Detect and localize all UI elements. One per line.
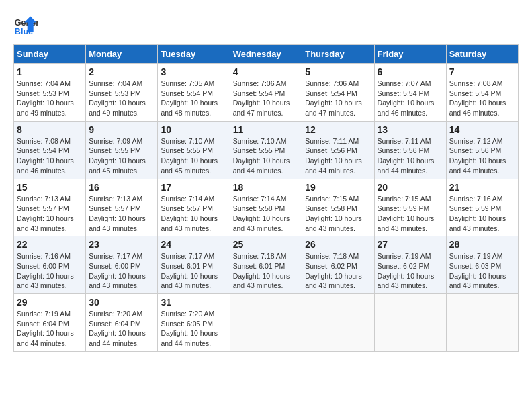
weekday-header-tuesday: Tuesday	[158, 45, 230, 64]
day-info: Sunrise: 7:15 AMSunset: 5:58 PMDaylight:…	[305, 194, 371, 234]
day-info: Sunrise: 7:19 AMSunset: 6:02 PMDaylight:…	[378, 251, 443, 291]
day-number: 19	[305, 182, 371, 193]
day-number: 23	[89, 239, 154, 250]
day-number: 15	[17, 182, 83, 193]
day-info: Sunrise: 7:14 AMSunset: 5:58 PMDaylight:…	[233, 194, 300, 234]
day-info: Sunrise: 7:16 AMSunset: 5:59 PMDaylight:…	[449, 194, 515, 234]
calendar-cell: 29Sunrise: 7:19 AMSunset: 6:04 PMDayligh…	[14, 294, 86, 352]
calendar-cell: 20Sunrise: 7:15 AMSunset: 5:59 PMDayligh…	[374, 179, 446, 236]
day-info: Sunrise: 7:11 AMSunset: 5:56 PMDaylight:…	[378, 136, 443, 176]
calendar-cell: 5Sunrise: 7:06 AMSunset: 5:54 PMDaylight…	[302, 64, 374, 122]
weekday-header-wednesday: Wednesday	[230, 45, 302, 64]
day-info: Sunrise: 7:08 AMSunset: 5:54 PMDaylight:…	[449, 79, 515, 118]
calendar-cell: 4Sunrise: 7:06 AMSunset: 5:54 PMDaylight…	[230, 64, 302, 122]
day-number: 11	[233, 124, 300, 135]
calendar-cell: 28Sunrise: 7:19 AMSunset: 6:03 PMDayligh…	[446, 236, 518, 294]
day-number: 9	[89, 124, 154, 135]
calendar-cell: 16Sunrise: 7:13 AMSunset: 5:57 PMDayligh…	[86, 179, 158, 236]
calendar-cell: 30Sunrise: 7:20 AMSunset: 6:04 PMDayligh…	[86, 294, 158, 352]
day-info: Sunrise: 7:14 AMSunset: 5:57 PMDaylight:…	[161, 194, 226, 234]
calendar-cell: 11Sunrise: 7:10 AMSunset: 5:55 PMDayligh…	[230, 121, 302, 179]
calendar-cell: 19Sunrise: 7:15 AMSunset: 5:58 PMDayligh…	[302, 179, 374, 236]
calendar-cell: 26Sunrise: 7:18 AMSunset: 6:02 PMDayligh…	[302, 236, 374, 294]
day-number: 13	[378, 124, 443, 135]
calendar-cell: 10Sunrise: 7:10 AMSunset: 5:55 PMDayligh…	[158, 121, 230, 179]
day-number: 1	[17, 66, 83, 77]
calendar-table: SundayMondayTuesdayWednesdayThursdayFrid…	[13, 44, 519, 352]
logo: General Blue	[13, 13, 40, 38]
day-info: Sunrise: 7:06 AMSunset: 5:54 PMDaylight:…	[305, 79, 371, 118]
weekday-header-row: SundayMondayTuesdayWednesdayThursdayFrid…	[14, 45, 519, 64]
calendar-week-row: 29Sunrise: 7:19 AMSunset: 6:04 PMDayligh…	[14, 294, 519, 352]
day-info: Sunrise: 7:05 AMSunset: 5:54 PMDaylight:…	[161, 79, 226, 118]
day-info: Sunrise: 7:13 AMSunset: 5:57 PMDaylight:…	[17, 194, 83, 234]
weekday-header-saturday: Saturday	[446, 45, 518, 64]
day-info: Sunrise: 7:20 AMSunset: 6:05 PMDaylight:…	[161, 309, 226, 349]
calendar-cell: 18Sunrise: 7:14 AMSunset: 5:58 PMDayligh…	[230, 179, 302, 236]
calendar-cell: 24Sunrise: 7:17 AMSunset: 6:01 PMDayligh…	[158, 236, 230, 294]
calendar-cell: 15Sunrise: 7:13 AMSunset: 5:57 PMDayligh…	[14, 179, 86, 236]
day-number: 17	[161, 182, 226, 193]
calendar-cell: 21Sunrise: 7:16 AMSunset: 5:59 PMDayligh…	[446, 179, 518, 236]
day-number: 4	[233, 66, 300, 77]
calendar-week-row: 8Sunrise: 7:08 AMSunset: 5:54 PMDaylight…	[14, 121, 519, 179]
day-number: 2	[89, 66, 154, 77]
day-number: 22	[17, 239, 83, 250]
day-info: Sunrise: 7:18 AMSunset: 6:01 PMDaylight:…	[233, 251, 300, 291]
logo-icon: General Blue	[13, 13, 38, 38]
day-info: Sunrise: 7:13 AMSunset: 5:57 PMDaylight:…	[89, 194, 154, 234]
day-number: 8	[17, 124, 83, 135]
calendar-cell: 13Sunrise: 7:11 AMSunset: 5:56 PMDayligh…	[374, 121, 446, 179]
day-number: 28	[449, 239, 515, 250]
day-info: Sunrise: 7:17 AMSunset: 6:00 PMDaylight:…	[89, 251, 154, 291]
calendar-cell: 12Sunrise: 7:11 AMSunset: 5:56 PMDayligh…	[302, 121, 374, 179]
day-info: Sunrise: 7:16 AMSunset: 6:00 PMDaylight:…	[17, 251, 83, 291]
day-info: Sunrise: 7:11 AMSunset: 5:56 PMDaylight:…	[305, 136, 371, 176]
calendar-cell: 3Sunrise: 7:05 AMSunset: 5:54 PMDaylight…	[158, 64, 230, 122]
calendar-cell	[446, 294, 518, 352]
day-number: 24	[161, 239, 226, 250]
calendar-cell	[302, 294, 374, 352]
day-info: Sunrise: 7:04 AMSunset: 5:53 PMDaylight:…	[17, 79, 83, 118]
day-number: 31	[161, 297, 226, 308]
day-info: Sunrise: 7:10 AMSunset: 5:55 PMDaylight:…	[161, 136, 226, 176]
calendar-cell: 31Sunrise: 7:20 AMSunset: 6:05 PMDayligh…	[158, 294, 230, 352]
day-number: 10	[161, 124, 226, 135]
day-number: 25	[233, 239, 300, 250]
day-info: Sunrise: 7:12 AMSunset: 5:56 PMDaylight:…	[449, 136, 515, 176]
calendar-cell: 6Sunrise: 7:07 AMSunset: 5:54 PMDaylight…	[374, 64, 446, 122]
day-number: 20	[378, 182, 443, 193]
day-info: Sunrise: 7:08 AMSunset: 5:54 PMDaylight:…	[17, 136, 83, 176]
day-number: 21	[449, 182, 515, 193]
day-number: 16	[89, 182, 154, 193]
day-info: Sunrise: 7:10 AMSunset: 5:55 PMDaylight:…	[233, 136, 300, 176]
calendar-cell: 8Sunrise: 7:08 AMSunset: 5:54 PMDaylight…	[14, 121, 86, 179]
weekday-header-monday: Monday	[86, 45, 158, 64]
calendar-cell: 14Sunrise: 7:12 AMSunset: 5:56 PMDayligh…	[446, 121, 518, 179]
day-number: 14	[449, 124, 515, 135]
calendar-cell: 25Sunrise: 7:18 AMSunset: 6:01 PMDayligh…	[230, 236, 302, 294]
calendar-cell: 2Sunrise: 7:04 AMSunset: 5:53 PMDaylight…	[86, 64, 158, 122]
day-info: Sunrise: 7:15 AMSunset: 5:59 PMDaylight:…	[378, 194, 443, 234]
day-number: 7	[449, 66, 515, 77]
day-number: 12	[305, 124, 371, 135]
weekday-header-thursday: Thursday	[302, 45, 374, 64]
day-info: Sunrise: 7:19 AMSunset: 6:03 PMDaylight:…	[449, 251, 515, 291]
calendar-week-row: 22Sunrise: 7:16 AMSunset: 6:00 PMDayligh…	[14, 236, 519, 294]
day-info: Sunrise: 7:19 AMSunset: 6:04 PMDaylight:…	[17, 309, 83, 349]
calendar-cell: 9Sunrise: 7:09 AMSunset: 5:55 PMDaylight…	[86, 121, 158, 179]
calendar-week-row: 15Sunrise: 7:13 AMSunset: 5:57 PMDayligh…	[14, 179, 519, 236]
page-header: General Blue	[13, 13, 519, 38]
calendar-cell	[374, 294, 446, 352]
day-info: Sunrise: 7:06 AMSunset: 5:54 PMDaylight:…	[233, 79, 300, 118]
calendar-cell: 27Sunrise: 7:19 AMSunset: 6:02 PMDayligh…	[374, 236, 446, 294]
day-number: 27	[378, 239, 443, 250]
day-info: Sunrise: 7:07 AMSunset: 5:54 PMDaylight:…	[378, 79, 443, 118]
day-number: 5	[305, 66, 371, 77]
day-info: Sunrise: 7:18 AMSunset: 6:02 PMDaylight:…	[305, 251, 371, 291]
day-info: Sunrise: 7:09 AMSunset: 5:55 PMDaylight:…	[89, 136, 154, 176]
calendar-cell: 22Sunrise: 7:16 AMSunset: 6:00 PMDayligh…	[14, 236, 86, 294]
day-number: 3	[161, 66, 226, 77]
calendar-cell: 1Sunrise: 7:04 AMSunset: 5:53 PMDaylight…	[14, 64, 86, 122]
day-number: 18	[233, 182, 300, 193]
